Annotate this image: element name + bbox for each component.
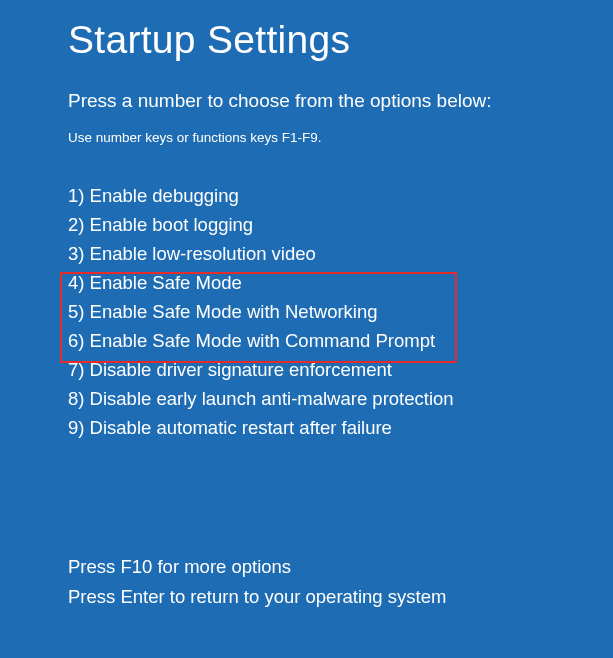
- option-7-disable-driver-signature[interactable]: 7) Disable driver signature enforcement: [68, 361, 613, 380]
- option-5-safe-mode-networking[interactable]: 5) Enable Safe Mode with Networking: [68, 303, 613, 322]
- option-9-disable-auto-restart[interactable]: 9) Disable automatic restart after failu…: [68, 419, 613, 438]
- option-4-safe-mode[interactable]: 4) Enable Safe Mode: [68, 274, 613, 293]
- footer-return: Press Enter to return to your operating …: [68, 586, 613, 608]
- option-1-debugging[interactable]: 1) Enable debugging: [68, 187, 613, 206]
- footer-hints: Press F10 for more options Press Enter t…: [68, 556, 613, 608]
- option-2-boot-logging[interactable]: 2) Enable boot logging: [68, 216, 613, 235]
- option-8-disable-anti-malware[interactable]: 8) Disable early launch anti-malware pro…: [68, 390, 613, 409]
- hint-text: Use number keys or functions keys F1-F9.: [68, 130, 613, 145]
- option-3-low-resolution[interactable]: 3) Enable low-resolution video: [68, 245, 613, 264]
- page-title: Startup Settings: [68, 18, 613, 62]
- option-6-safe-mode-command-prompt[interactable]: 6) Enable Safe Mode with Command Prompt: [68, 332, 613, 351]
- options-list: 1) Enable debugging 2) Enable boot loggi…: [68, 187, 613, 438]
- startup-settings-screen: Startup Settings Press a number to choos…: [0, 0, 613, 608]
- footer-more-options: Press F10 for more options: [68, 556, 613, 578]
- prompt-text: Press a number to choose from the option…: [68, 90, 613, 112]
